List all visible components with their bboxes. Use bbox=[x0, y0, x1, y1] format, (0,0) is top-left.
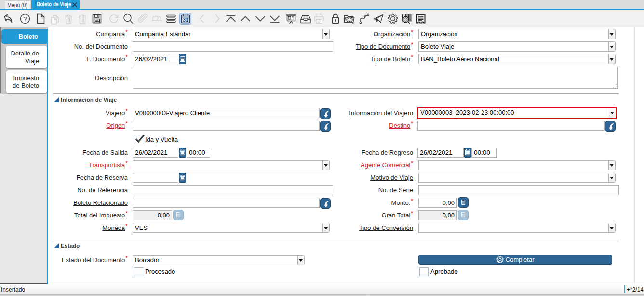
svg-text:?: ? bbox=[23, 15, 27, 23]
svg-text:31: 31 bbox=[183, 17, 188, 23]
